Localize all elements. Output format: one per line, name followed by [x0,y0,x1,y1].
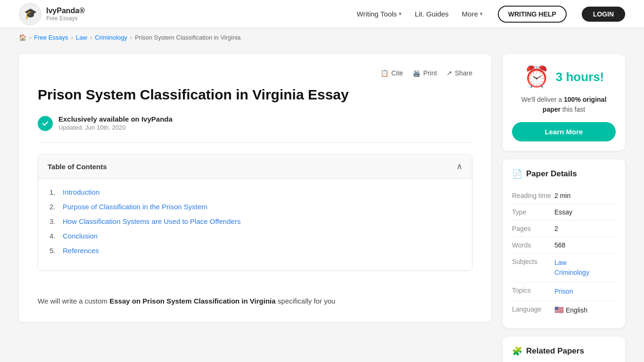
sep-1: › [29,34,31,41]
nav-more[interactable]: More ▾ [462,10,483,18]
toc-item-4: 4. Conclusion [50,232,461,240]
detail-row-pages: Pages 2 [512,221,616,237]
toc-link-references[interactable]: References [63,247,99,255]
divider [38,142,472,143]
toc-toggle-button[interactable]: ∧ [456,161,462,172]
detail-value-subjects: Law Criminology [554,254,616,282]
detail-row-language: Language 🇺🇸English [512,301,616,319]
toc-num-3: 3. [50,217,59,225]
custom-note-suffix: specifically for you [276,297,336,305]
puzzle-icon: 🧩 [512,346,522,356]
nav-lit-guides[interactable]: Lit. Guides [415,10,449,18]
promo-desc-suffix: this fast [561,106,585,113]
breadcrumb: 🏠 › Free Essays › Law › Criminology › Pr… [0,28,644,47]
detail-row-words: Words 568 [512,237,616,254]
chevron-down-icon: ▾ [399,11,402,17]
share-button[interactable]: ↗ Share [446,69,472,77]
logo-name: IvyPanda® [46,6,85,15]
exclusive-date: Updated: Jun 10th, 2020 [58,124,173,131]
print-icon: 🖨️ [413,69,421,77]
detail-label-reading-time: Reading time [512,188,554,204]
paper-details-title: Paper Details [526,169,577,179]
custom-note-prefix: We will write a custom [38,297,109,305]
article-title: Prison System Classification in Virginia… [38,85,472,104]
toc-list: 1. Introduction 2. Purpose of Classifica… [50,188,461,255]
custom-note-bold: Essay on Prison System Classification in… [109,297,275,305]
clock-icon: ⏰ [524,64,550,90]
home-icon[interactable]: 🏠 [19,34,26,41]
detail-label-words: Words [512,237,554,254]
topic-link-prison[interactable]: Prison [554,287,616,296]
logo-area[interactable]: 🎓 IvyPanda® Free Essays [19,3,85,25]
learn-more-button[interactable]: Learn More [512,122,616,141]
toc-link-how[interactable]: How Classification Systems are Used to P… [63,217,240,225]
detail-value-reading-time: 2 min [554,188,616,204]
nav-writing-tools[interactable]: Writing Tools ▾ [357,10,402,18]
paper-details-card: 📄 Paper Details Reading time 2 min Type … [503,159,625,328]
breadcrumb-free-essays[interactable]: Free Essays [34,34,68,41]
logo-text: IvyPanda® Free Essays [46,6,85,22]
related-papers-card: 🧩 Related Papers [503,337,625,362]
detail-value-pages: 2 [554,221,616,237]
main-layout: 📋 Cite 🖨️ Print ↗ Share Prison System Cl… [0,47,644,362]
promo-description: We'll deliver a 100% original paper this… [512,95,616,115]
nav-more-label: More [462,10,478,18]
sep-2: › [71,34,73,41]
related-papers-title: Related Papers [526,346,584,356]
breadcrumb-criminology[interactable]: Criminology [95,34,127,41]
detail-label-pages: Pages [512,221,554,237]
toc-header: Table of Contents ∧ [38,155,472,179]
toc-link-introduction[interactable]: Introduction [63,188,99,196]
paper-icon: 📄 [512,169,522,179]
details-table: Reading time 2 min Type Essay Pages 2 Wo… [512,188,616,319]
detail-label-language: Language [512,301,554,319]
sep-3: › [90,34,92,41]
breadcrumb-current: Prison System Classification in Virginia [135,34,240,41]
detail-row-type: Type Essay [512,204,616,221]
paper-details-heading: 📄 Paper Details [512,169,616,179]
article-area: 📋 Cite 🖨️ Print ↗ Share Prison System Cl… [19,54,491,362]
detail-label-topics: Topics [512,282,554,301]
check-circle-icon [38,116,53,131]
share-icon: ↗ [446,69,452,77]
promo-hours: 3 hours! [556,70,604,84]
print-button[interactable]: 🖨️ Print [413,69,437,77]
detail-value-language: 🇺🇸English [554,301,616,319]
toc-link-conclusion[interactable]: Conclusion [63,232,98,240]
toc-item-1: 1. Introduction [50,188,461,196]
promo-desc-prefix: We'll deliver a [521,96,564,103]
cite-button[interactable]: 📋 Cite [380,69,403,77]
detail-value-words: 568 [554,237,616,254]
toc-title: Table of Contents [48,163,107,171]
sep-4: › [130,34,132,41]
related-papers-heading: 🧩 Related Papers [512,346,616,356]
custom-essay-note: We will write a custom Essay on Prison S… [38,286,472,307]
toc-num-2: 2. [50,203,59,211]
subject-link-criminology[interactable]: Criminology [554,268,616,278]
toc-link-purpose[interactable]: Purpose of Classification in the Prison … [63,203,207,211]
flag-us-icon: 🇺🇸 [554,306,564,314]
subject-link-law[interactable]: Law [554,258,616,268]
toc-num-5: 5. [50,247,59,255]
print-label: Print [423,69,437,77]
exclusive-badge: Exclusively available on IvyPanda Update… [38,115,472,131]
writing-help-button[interactable]: WRITING HELP [498,6,567,23]
logo-icon: 🎓 [19,3,41,25]
detail-row-reading-time: Reading time 2 min [512,188,616,204]
nav-writing-tools-label: Writing Tools [357,10,397,18]
login-button[interactable]: LOGIN [582,7,625,22]
custom-note-text: We will write a custom Essay on Prison S… [38,296,472,307]
toc-item-3: 3. How Classification Systems are Used t… [50,217,461,225]
breadcrumb-law[interactable]: Law [76,34,87,41]
toc-body: 1. Introduction 2. Purpose of Classifica… [38,179,472,271]
exclusive-info: Exclusively available on IvyPanda Update… [58,115,173,131]
toc-item-2: 2. Purpose of Classification in the Pris… [50,203,461,211]
table-of-contents: Table of Contents ∧ 1. Introduction 2. P… [38,154,472,271]
detail-row-topics: Topics Prison [512,282,616,301]
nav-lit-guides-label: Lit. Guides [415,10,449,18]
toc-num-1: 1. [50,188,59,196]
site-header: 🎓 IvyPanda® Free Essays Writing Tools ▾ … [0,0,644,28]
promo-card: ⏰ 3 hours! We'll deliver a 100% original… [503,54,625,151]
detail-value-topics: Prison [554,282,616,301]
article-actions: 📋 Cite 🖨️ Print ↗ Share [38,69,472,77]
